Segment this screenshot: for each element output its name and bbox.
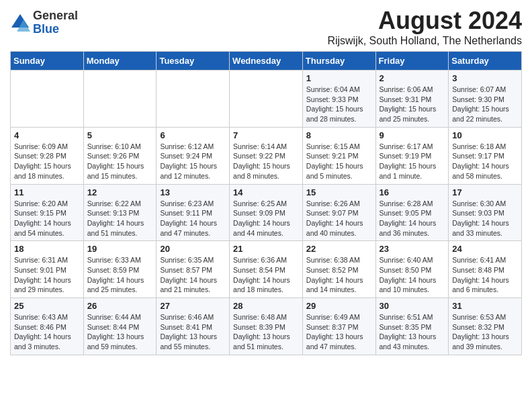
day-number: 12: [87, 187, 153, 197]
day-info: Sunrise: 6:15 AM Sunset: 9:21 PM Dayligh…: [306, 142, 372, 181]
calendar-cell: 3Sunrise: 6:07 AM Sunset: 9:30 PM Daylig…: [449, 71, 522, 128]
day-number: 18: [14, 244, 80, 254]
day-info: Sunrise: 6:06 AM Sunset: 9:31 PM Dayligh…: [380, 85, 445, 124]
calendar-cell: 15Sunrise: 6:26 AM Sunset: 9:07 PM Dayli…: [302, 184, 375, 241]
day-info: Sunrise: 6:14 AM Sunset: 9:22 PM Dayligh…: [233, 142, 299, 181]
day-info: Sunrise: 6:28 AM Sunset: 9:05 PM Dayligh…: [380, 199, 445, 238]
day-info: Sunrise: 6:43 AM Sunset: 8:46 PM Dayligh…: [14, 312, 80, 352]
calendar-cell: 10Sunrise: 6:18 AM Sunset: 9:17 PM Dayli…: [449, 127, 522, 184]
day-info: Sunrise: 6:04 AM Sunset: 9:33 PM Dayligh…: [306, 85, 372, 124]
calendar-cell: 9Sunrise: 6:17 AM Sunset: 9:19 PM Daylig…: [375, 127, 449, 184]
day-number: 4: [14, 130, 80, 140]
day-info: Sunrise: 6:23 AM Sunset: 9:11 PM Dayligh…: [160, 199, 226, 238]
calendar-cell: 8Sunrise: 6:15 AM Sunset: 9:21 PM Daylig…: [302, 127, 375, 184]
calendar-cell: 22Sunrise: 6:38 AM Sunset: 8:52 PM Dayli…: [302, 241, 375, 298]
day-info: Sunrise: 6:44 AM Sunset: 8:44 PM Dayligh…: [87, 312, 153, 352]
day-number: 25: [14, 301, 80, 311]
day-info: Sunrise: 6:31 AM Sunset: 9:01 PM Dayligh…: [14, 255, 80, 295]
day-info: Sunrise: 6:17 AM Sunset: 9:19 PM Dayligh…: [380, 142, 445, 181]
title-area: August 2024 Rijswijk, South Holland, The…: [327, 7, 522, 47]
day-info: Sunrise: 6:22 AM Sunset: 9:13 PM Dayligh…: [87, 199, 153, 238]
day-number: 2: [380, 73, 445, 83]
logo: General Blue: [10, 9, 78, 36]
calendar-cell: 1Sunrise: 6:04 AM Sunset: 9:33 PM Daylig…: [302, 71, 375, 128]
day-number: 16: [380, 187, 445, 197]
day-info: Sunrise: 6:48 AM Sunset: 8:39 PM Dayligh…: [233, 312, 299, 352]
calendar-cell: 23Sunrise: 6:40 AM Sunset: 8:50 PM Dayli…: [375, 241, 449, 298]
day-number: 3: [452, 73, 518, 83]
logo-general: General: [33, 9, 78, 23]
calendar-cell: 6Sunrise: 6:12 AM Sunset: 9:24 PM Daylig…: [157, 127, 230, 184]
day-info: Sunrise: 6:51 AM Sunset: 8:35 PM Dayligh…: [380, 312, 445, 352]
day-info: Sunrise: 6:35 AM Sunset: 8:57 PM Dayligh…: [160, 255, 226, 295]
day-info: Sunrise: 6:10 AM Sunset: 9:26 PM Dayligh…: [87, 142, 153, 181]
calendar-cell: 24Sunrise: 6:41 AM Sunset: 8:48 PM Dayli…: [449, 241, 522, 298]
calendar-cell: 12Sunrise: 6:22 AM Sunset: 9:13 PM Dayli…: [83, 184, 157, 241]
logo-icon: [10, 13, 30, 33]
day-number: 21: [233, 244, 299, 254]
day-number: 7: [233, 130, 299, 140]
day-number: 30: [380, 301, 445, 311]
calendar-cell: 5Sunrise: 6:10 AM Sunset: 9:26 PM Daylig…: [83, 127, 157, 184]
day-number: 9: [380, 130, 445, 140]
page-title: August 2024: [327, 7, 522, 35]
day-number: 29: [306, 301, 372, 311]
calendar-cell: 20Sunrise: 6:35 AM Sunset: 8:57 PM Dayli…: [157, 241, 230, 298]
header-cell-monday: Monday: [83, 52, 157, 71]
header-row: SundayMondayTuesdayWednesdayThursdayFrid…: [11, 52, 522, 71]
day-number: 8: [306, 130, 372, 140]
day-number: 13: [160, 187, 226, 197]
calendar-cell: [230, 71, 303, 128]
header-cell-tuesday: Tuesday: [157, 52, 230, 71]
day-number: 31: [452, 301, 518, 311]
day-info: Sunrise: 6:20 AM Sunset: 9:15 PM Dayligh…: [14, 199, 80, 238]
day-number: 27: [160, 301, 226, 311]
day-info: Sunrise: 6:09 AM Sunset: 9:28 PM Dayligh…: [14, 142, 80, 181]
day-info: Sunrise: 6:25 AM Sunset: 9:09 PM Dayligh…: [233, 199, 299, 238]
calendar-cell: 2Sunrise: 6:06 AM Sunset: 9:31 PM Daylig…: [375, 71, 449, 128]
logo-blue: Blue: [33, 23, 78, 36]
calendar-week-2: 4Sunrise: 6:09 AM Sunset: 9:28 PM Daylig…: [11, 127, 522, 184]
calendar-cell: [157, 71, 230, 128]
calendar-cell: 31Sunrise: 6:53 AM Sunset: 8:32 PM Dayli…: [449, 298, 522, 355]
day-number: 20: [160, 244, 226, 254]
day-info: Sunrise: 6:53 AM Sunset: 8:32 PM Dayligh…: [452, 312, 518, 352]
day-info: Sunrise: 6:46 AM Sunset: 8:41 PM Dayligh…: [160, 312, 226, 352]
calendar-body: 1Sunrise: 6:04 AM Sunset: 9:33 PM Daylig…: [11, 71, 522, 355]
page-subtitle: Rijswijk, South Holland, The Netherlands: [327, 35, 522, 47]
day-info: Sunrise: 6:41 AM Sunset: 8:48 PM Dayligh…: [452, 255, 518, 295]
header: General Blue August 2024 Rijswijk, South…: [10, 7, 522, 47]
day-number: 23: [380, 244, 445, 254]
day-info: Sunrise: 6:18 AM Sunset: 9:17 PM Dayligh…: [452, 142, 518, 181]
day-info: Sunrise: 6:36 AM Sunset: 8:54 PM Dayligh…: [233, 255, 299, 295]
header-cell-thursday: Thursday: [302, 52, 375, 71]
day-info: Sunrise: 6:12 AM Sunset: 9:24 PM Dayligh…: [160, 142, 226, 181]
calendar-cell: 16Sunrise: 6:28 AM Sunset: 9:05 PM Dayli…: [375, 184, 449, 241]
day-number: 1: [306, 73, 372, 83]
header-cell-friday: Friday: [375, 52, 449, 71]
day-number: 26: [87, 301, 153, 311]
day-number: 6: [160, 130, 226, 140]
calendar-week-3: 11Sunrise: 6:20 AM Sunset: 9:15 PM Dayli…: [11, 184, 522, 241]
calendar-cell: 13Sunrise: 6:23 AM Sunset: 9:11 PM Dayli…: [157, 184, 230, 241]
day-number: 24: [452, 244, 518, 254]
day-info: Sunrise: 6:40 AM Sunset: 8:50 PM Dayligh…: [380, 255, 445, 295]
calendar-cell: 26Sunrise: 6:44 AM Sunset: 8:44 PM Dayli…: [83, 298, 157, 355]
day-number: 14: [233, 187, 299, 197]
header-cell-sunday: Sunday: [11, 52, 84, 71]
calendar-cell: 19Sunrise: 6:33 AM Sunset: 8:59 PM Dayli…: [83, 241, 157, 298]
calendar-cell: 14Sunrise: 6:25 AM Sunset: 9:09 PM Dayli…: [230, 184, 303, 241]
day-info: Sunrise: 6:33 AM Sunset: 8:59 PM Dayligh…: [87, 255, 153, 295]
day-info: Sunrise: 6:07 AM Sunset: 9:30 PM Dayligh…: [452, 85, 518, 124]
calendar-cell: 7Sunrise: 6:14 AM Sunset: 9:22 PM Daylig…: [230, 127, 303, 184]
day-number: 5: [87, 130, 153, 140]
calendar-cell: 28Sunrise: 6:48 AM Sunset: 8:39 PM Dayli…: [230, 298, 303, 355]
calendar-cell: 25Sunrise: 6:43 AM Sunset: 8:46 PM Dayli…: [11, 298, 84, 355]
calendar-cell: [11, 71, 84, 128]
calendar-cell: 11Sunrise: 6:20 AM Sunset: 9:15 PM Dayli…: [11, 184, 84, 241]
calendar-cell: [83, 71, 157, 128]
calendar-cell: 4Sunrise: 6:09 AM Sunset: 9:28 PM Daylig…: [11, 127, 84, 184]
calendar-week-5: 25Sunrise: 6:43 AM Sunset: 8:46 PM Dayli…: [11, 298, 522, 355]
calendar-week-1: 1Sunrise: 6:04 AM Sunset: 9:33 PM Daylig…: [11, 71, 522, 128]
calendar-cell: 21Sunrise: 6:36 AM Sunset: 8:54 PM Dayli…: [230, 241, 303, 298]
